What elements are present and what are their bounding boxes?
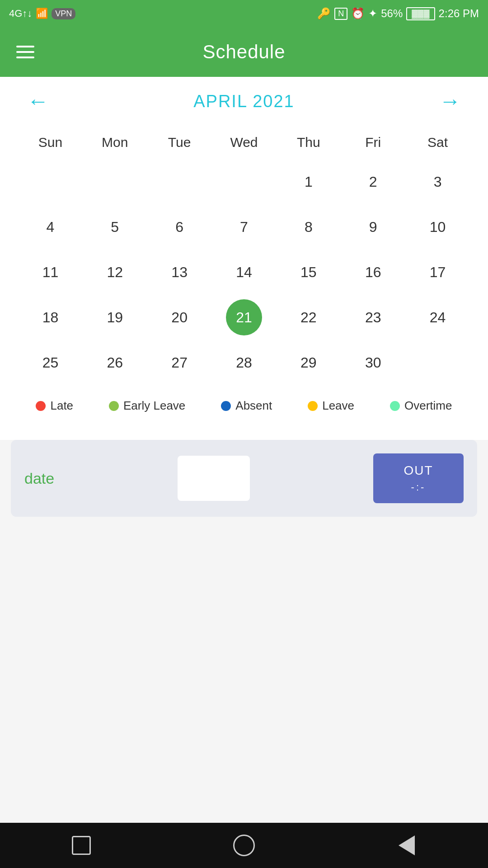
vpn-badge: VPN xyxy=(52,8,75,19)
calendar-day-24[interactable]: 24 xyxy=(420,299,456,335)
calendar-day-18[interactable]: 18 xyxy=(32,299,68,335)
legend-item-absent: Absent xyxy=(221,399,272,413)
calendar-day-27[interactable]: 27 xyxy=(161,344,197,381)
out-label: OUT xyxy=(404,463,433,478)
back-icon xyxy=(399,835,415,855)
status-bar: 4G↑↓ 📶 VPN 🔑 N ⏰ ✦ 56% ▓▓▓ 2:26 PM xyxy=(0,0,488,27)
in-time-box xyxy=(178,456,250,501)
day-header-mon: Mon xyxy=(83,130,147,155)
navigation-bar xyxy=(0,823,488,868)
calendar-day-26[interactable]: 26 xyxy=(97,344,133,381)
calendar-day-empty xyxy=(161,164,197,200)
app-header: Schedule xyxy=(0,27,488,77)
legend-label-overtime: Overtime xyxy=(404,399,452,413)
legend-dot-leave xyxy=(308,401,318,411)
legend-item-leave: Leave xyxy=(308,399,354,413)
day-header-tue: Tue xyxy=(147,130,212,155)
legend-label-early-leave: Early Leave xyxy=(123,399,185,413)
day-headers-row: Sun Mon Tue Wed Thu Fri Sat xyxy=(18,130,470,155)
day-header-wed: Wed xyxy=(212,130,277,155)
calendar-day-21[interactable]: 21 xyxy=(226,299,262,335)
out-time-box: OUT -:- xyxy=(373,453,464,503)
calendar-day-16[interactable]: 16 xyxy=(355,254,391,290)
legend-label-absent: Absent xyxy=(235,399,272,413)
calendar-day-23[interactable]: 23 xyxy=(355,299,391,335)
recents-icon xyxy=(72,836,91,855)
next-month-button[interactable]: → xyxy=(439,90,461,112)
key-icon: 🔑 xyxy=(317,7,331,20)
signal-icon: 4G↑↓ xyxy=(9,8,32,19)
calendar-day-17[interactable]: 17 xyxy=(420,254,456,290)
calendar-day-empty xyxy=(420,344,456,381)
battery-icon: ▓▓▓ xyxy=(406,7,435,20)
calendar-day-28[interactable]: 28 xyxy=(226,344,262,381)
legend-dot-late xyxy=(36,401,46,411)
home-icon xyxy=(233,835,255,856)
prev-month-button[interactable]: ← xyxy=(27,90,49,112)
legend: LateEarly LeaveAbsentLeaveOvertime xyxy=(18,381,470,426)
legend-dot-early-leave xyxy=(109,401,119,411)
legend-dot-absent xyxy=(221,401,231,411)
date-card: date OUT -:- xyxy=(11,440,477,517)
battery-text: 56% xyxy=(381,7,403,20)
calendar-day-19[interactable]: 19 xyxy=(97,299,133,335)
calendar-day-14[interactable]: 14 xyxy=(226,254,262,290)
menu-button[interactable] xyxy=(16,46,34,58)
calendar-day-empty xyxy=(226,164,262,200)
calendar-container: ← APRIL 2021 → Sun Mon Tue Wed Thu Fri S… xyxy=(0,77,488,440)
calendar-day-15[interactable]: 15 xyxy=(291,254,327,290)
nav-back-button[interactable] xyxy=(389,832,425,859)
legend-label-late: Late xyxy=(50,399,73,413)
calendar-day-2[interactable]: 2 xyxy=(355,164,391,200)
legend-item-overtime: Overtime xyxy=(390,399,452,413)
calendar-day-13[interactable]: 13 xyxy=(161,254,197,290)
calendar-day-9[interactable]: 9 xyxy=(355,209,391,245)
out-time-value: -:- xyxy=(411,481,426,493)
calendar-grid: 1234567891011121314151617181920212223242… xyxy=(18,164,470,381)
legend-label-leave: Leave xyxy=(322,399,354,413)
day-header-sat: Sat xyxy=(405,130,470,155)
bluetooth-icon: ✦ xyxy=(368,7,377,20)
month-navigation: ← APRIL 2021 → xyxy=(18,90,470,112)
day-header-sun: Sun xyxy=(18,130,83,155)
legend-dot-overtime xyxy=(390,401,400,411)
calendar-day-empty xyxy=(97,164,133,200)
time-display: 2:26 PM xyxy=(439,7,479,20)
calendar-day-22[interactable]: 22 xyxy=(291,299,327,335)
status-left: 4G↑↓ 📶 VPN xyxy=(9,8,75,19)
calendar-day-12[interactable]: 12 xyxy=(97,254,133,290)
calendar-day-5[interactable]: 5 xyxy=(97,209,133,245)
calendar-day-7[interactable]: 7 xyxy=(226,209,262,245)
calendar-day-1[interactable]: 1 xyxy=(291,164,327,200)
alarm-icon: ⏰ xyxy=(351,7,365,20)
legend-item-early-leave: Early Leave xyxy=(109,399,185,413)
calendar-day-30[interactable]: 30 xyxy=(355,344,391,381)
nav-recents-button[interactable] xyxy=(63,832,99,859)
calendar-day-20[interactable]: 20 xyxy=(161,299,197,335)
calendar-day-empty xyxy=(32,164,68,200)
day-header-thu: Thu xyxy=(276,130,341,155)
calendar-day-4[interactable]: 4 xyxy=(32,209,68,245)
page-title: Schedule xyxy=(202,41,285,63)
calendar-day-3[interactable]: 3 xyxy=(420,164,456,200)
bottom-area xyxy=(0,517,488,734)
wifi-icon: 📶 xyxy=(36,8,48,19)
month-year-label: APRIL 2021 xyxy=(193,92,295,111)
calendar-day-10[interactable]: 10 xyxy=(420,209,456,245)
day-header-fri: Fri xyxy=(341,130,405,155)
legend-item-late: Late xyxy=(36,399,73,413)
date-card-label: date xyxy=(24,470,54,487)
calendar-day-29[interactable]: 29 xyxy=(291,344,327,381)
nav-home-button[interactable] xyxy=(226,832,262,859)
nfc-icon: N xyxy=(334,8,347,20)
calendar-day-8[interactable]: 8 xyxy=(291,209,327,245)
calendar-day-11[interactable]: 11 xyxy=(32,254,68,290)
calendar-day-6[interactable]: 6 xyxy=(161,209,197,245)
status-right: 🔑 N ⏰ ✦ 56% ▓▓▓ 2:26 PM xyxy=(317,7,479,20)
calendar-day-25[interactable]: 25 xyxy=(32,344,68,381)
